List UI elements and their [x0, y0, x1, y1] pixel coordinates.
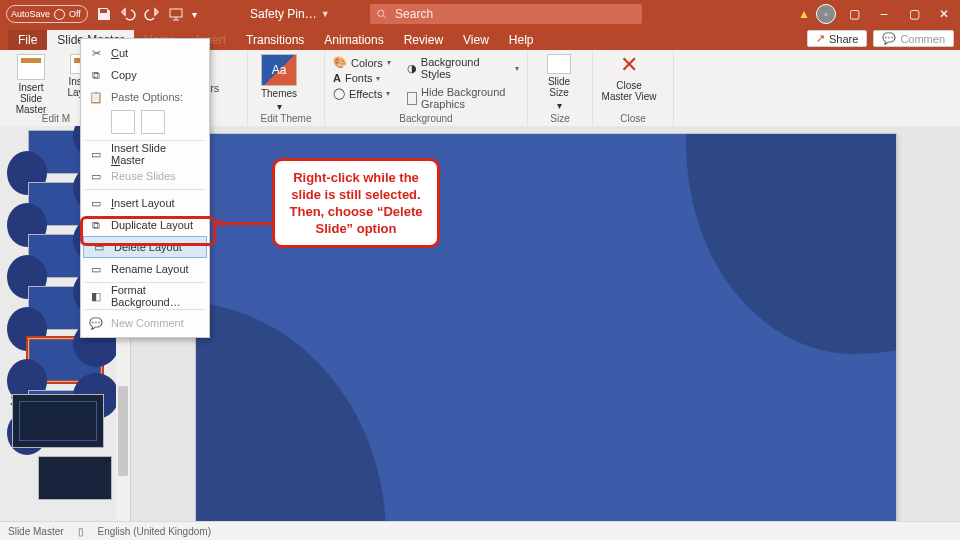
group-close: Close: [601, 113, 665, 124]
qat-overflow-icon[interactable]: ▾: [192, 9, 197, 20]
delete-icon: ▭: [92, 240, 106, 254]
background-styles-dropdown[interactable]: ◑Background Styles▾: [407, 56, 519, 80]
ctx-cut[interactable]: ✂Cut: [81, 42, 209, 64]
fonts-dropdown[interactable]: AFonts▾: [333, 72, 391, 84]
autosave-knob-icon: [54, 9, 65, 20]
ctx-delete-layout[interactable]: ▭Delete Layout: [83, 236, 207, 258]
undo-icon[interactable]: [120, 6, 136, 22]
share-button[interactable]: ↗Share: [807, 30, 867, 47]
layout-icon: ▭: [89, 196, 103, 210]
tab-view[interactable]: View: [453, 30, 499, 50]
status-bar: Slide Master ▯ English (United Kingdom): [0, 521, 960, 540]
comments-button[interactable]: 💬Commen: [873, 30, 954, 47]
search-box[interactable]: [370, 4, 642, 24]
autosave-toggle[interactable]: AutoSave Off: [6, 5, 88, 23]
accessibility-icon[interactable]: ▯: [78, 526, 84, 537]
minimize-button[interactable]: –: [872, 4, 896, 24]
bg-styles-icon: ◑: [407, 62, 417, 75]
autosave-state: Off: [69, 9, 81, 19]
group-background: Background: [333, 113, 519, 124]
copy-icon: ⧉: [89, 68, 103, 82]
slide-size-button[interactable]: Slide Size▾: [536, 54, 582, 111]
group-edit-theme: Edit Theme: [256, 113, 316, 124]
ribbon-display-icon[interactable]: ▢: [842, 4, 866, 24]
effects-dropdown[interactable]: ◯Effects▾: [333, 87, 391, 100]
search-input[interactable]: [393, 6, 636, 22]
ctx-copy[interactable]: ⧉Copy: [81, 64, 209, 86]
scrollbar-thumb[interactable]: [118, 386, 128, 476]
insert-slide-master-button[interactable]: Insert Slide Master: [8, 54, 54, 115]
comment-icon: 💬: [89, 316, 103, 330]
paste-use-destination-theme[interactable]: [111, 110, 135, 134]
bg-shape: [196, 302, 386, 522]
chevron-down-icon: ▾: [277, 101, 282, 112]
ctx-insert-slide-master[interactable]: ▭Insert Slide Master: [81, 143, 209, 165]
layout-thumb[interactable]: [38, 456, 112, 500]
maximize-button[interactable]: ▢: [902, 4, 926, 24]
warning-icon[interactable]: ▲: [798, 7, 810, 21]
tab-animations[interactable]: Animations: [314, 30, 393, 50]
ctx-rename-layout[interactable]: ▭Rename Layout: [81, 258, 209, 280]
tab-transitions[interactable]: Transitions: [236, 30, 314, 50]
close-master-view-button[interactable]: ✕Close Master View: [601, 54, 657, 102]
ctx-paste-options-label: 📋Paste Options:: [81, 86, 209, 108]
annotation-callout: Right-click while the slide is still sel…: [272, 158, 440, 248]
context-menu: ✂Cut ⧉Copy 📋Paste Options: ▭Insert Slide…: [80, 38, 210, 338]
svg-rect-0: [170, 9, 182, 17]
account-avatar[interactable]: ◦: [816, 4, 836, 24]
redo-icon[interactable]: [144, 6, 160, 22]
reuse-icon: ▭: [89, 169, 103, 183]
ctx-reuse-slides: ▭Reuse Slides: [81, 165, 209, 187]
colors-icon: 🎨: [333, 56, 347, 69]
ctx-format-background[interactable]: ◧Format Background…: [81, 285, 209, 307]
hide-bg-checkbox[interactable]: Hide Background Graphics: [407, 86, 519, 110]
tab-help[interactable]: Help: [499, 30, 544, 50]
cut-icon: ✂: [89, 46, 103, 60]
ctx-insert-layout[interactable]: ▭Insert Layout: [81, 192, 209, 214]
annotation-arrow: [213, 222, 273, 225]
effects-icon: ◯: [333, 87, 345, 100]
ctx-duplicate-layout[interactable]: ⧉Duplicate Layout: [81, 214, 209, 236]
paste-keep-source-formatting[interactable]: [141, 110, 165, 134]
chevron-down-icon: ▼: [321, 9, 330, 19]
slide-master-thumb[interactable]: [12, 394, 104, 448]
tab-file[interactable]: File: [8, 30, 47, 50]
paste-icon: 📋: [89, 90, 103, 104]
colors-dropdown[interactable]: 🎨Colors▾: [333, 56, 391, 69]
duplicate-icon: ⧉: [89, 218, 103, 232]
status-view: Slide Master: [8, 526, 64, 537]
format-bg-icon: ◧: [89, 289, 103, 303]
svg-point-1: [378, 10, 384, 16]
fonts-icon: A: [333, 72, 341, 84]
document-title[interactable]: Safety Pin… ▼: [250, 0, 330, 28]
save-icon[interactable]: [96, 6, 112, 22]
editor-canvas-area[interactable]: [131, 126, 960, 522]
slide-master-icon: ▭: [89, 147, 103, 161]
group-size: Size: [536, 113, 584, 124]
status-language[interactable]: English (United Kingdom): [98, 526, 211, 537]
title-bar: AutoSave Off ▾ Safety Pin… ▼ ▲ ◦ ▢ – ▢ ✕: [0, 0, 960, 28]
themes-button[interactable]: AaThemes▾: [256, 54, 302, 112]
tab-review[interactable]: Review: [394, 30, 453, 50]
close-window-button[interactable]: ✕: [932, 4, 956, 24]
present-icon[interactable]: [168, 6, 184, 22]
rename-icon: ▭: [89, 262, 103, 276]
ctx-new-comment: 💬New Comment: [81, 312, 209, 334]
search-icon: [376, 8, 387, 20]
bg-shape: [686, 134, 896, 354]
autosave-label: AutoSave: [11, 9, 50, 19]
